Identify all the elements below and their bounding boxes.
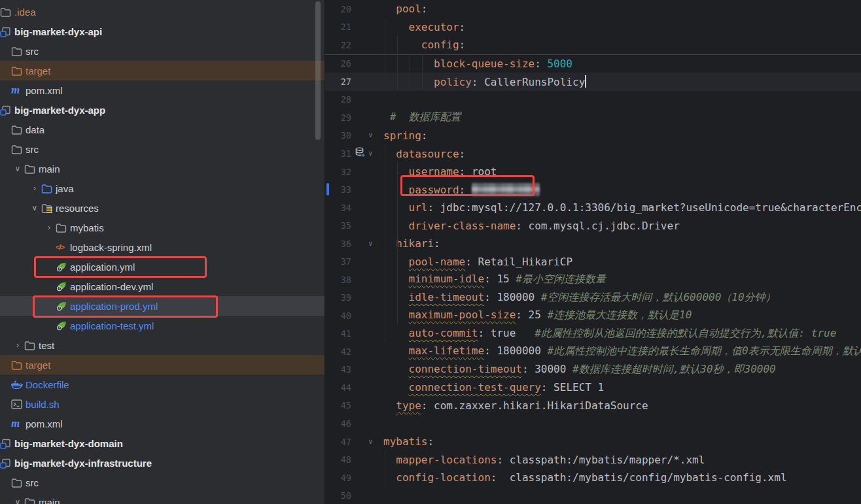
- code-line-30[interactable]: 30∨spring:: [325, 127, 861, 145]
- code-line-32[interactable]: 32 username: root: [325, 163, 861, 181]
- gutter-line-27[interactable]: 27: [325, 73, 383, 91]
- gutter-line-48[interactable]: 48: [325, 450, 383, 469]
- code-line-33[interactable]: 33 password:: [325, 180, 861, 199]
- code-line-31[interactable]: 31∨ datasource:: [325, 144, 861, 163]
- gutter-line-43[interactable]: 43: [325, 361, 383, 379]
- fold-arrow-icon[interactable]: ∨: [368, 437, 373, 445]
- code-editor[interactable]: 20 pool:21 executor:22 config:26 block-q…: [325, 0, 861, 504]
- tree-item-big-market-dyx-infrastructure[interactable]: big-market-dyx-infrastructure: [0, 453, 325, 473]
- chevron-down-icon[interactable]: ∨: [28, 203, 41, 212]
- code-line-46[interactable]: 46: [325, 414, 861, 433]
- gutter-line-39[interactable]: 39: [325, 289, 383, 307]
- gutter-line-35[interactable]: 35: [325, 216, 383, 235]
- tree-item-target[interactable]: target: [0, 355, 325, 375]
- tree-item-big-market-dyx-domain[interactable]: big-market-dyx-domain: [0, 433, 325, 453]
- code-line-28[interactable]: 28: [325, 91, 861, 109]
- chevron-right-icon[interactable]: ›: [11, 341, 24, 350]
- tree-item-mybatis[interactable]: ›mybatis: [0, 218, 325, 237]
- fold-arrow-icon[interactable]: ∨: [368, 131, 373, 139]
- gutter-line-29[interactable]: 29: [325, 109, 383, 127]
- gutter-line-34[interactable]: 34: [325, 199, 383, 217]
- gutter-line-44[interactable]: 44: [325, 378, 383, 397]
- tree-item-application-yml[interactable]: application.yml: [0, 257, 325, 277]
- fold-arrow-icon[interactable]: ∨: [368, 149, 373, 158]
- shell-icon: [11, 398, 26, 410]
- code-line-35[interactable]: 35 driver-class-name: com.mysql.cj.jdbc.…: [325, 216, 861, 235]
- code-line-27[interactable]: 27 policy: CallerRunsPolicy: [325, 73, 861, 91]
- tree-item-build-sh[interactable]: build.sh: [0, 394, 325, 414]
- gutter-line-47[interactable]: 47∨: [325, 433, 383, 451]
- tree-item-src[interactable]: src: [0, 41, 325, 61]
- gutter-line-50[interactable]: 50: [325, 486, 383, 504]
- line-number: 20: [325, 4, 351, 14]
- code-line-37[interactable]: 37 pool-name: Retail_HikariCP: [325, 252, 861, 271]
- code-line-44[interactable]: 44 connection-test-query: SELECT 1: [325, 378, 861, 397]
- chevron-down-icon[interactable]: ∨: [11, 497, 24, 504]
- code-line-20[interactable]: 20 pool:: [325, 0, 861, 18]
- fold-arrow-icon[interactable]: ∨: [368, 239, 373, 248]
- code-line-48[interactable]: 48 mapper-locations: classpath:/mybatis/…: [325, 450, 861, 469]
- chevron-right-icon[interactable]: ›: [28, 184, 41, 193]
- tree-item--idea[interactable]: .idea: [0, 2, 325, 22]
- code-line-40[interactable]: 40 maximum-pool-size: 25 #连接池最大连接数，默认是10: [325, 307, 861, 325]
- gutter-line-45[interactable]: 45: [325, 397, 383, 415]
- gutter-line-32[interactable]: 32: [325, 163, 383, 181]
- chevron-right-icon[interactable]: ›: [43, 223, 56, 232]
- tree-item-dockerfile[interactable]: Dockerfile: [0, 375, 325, 394]
- gutter-line-31[interactable]: 31∨: [325, 144, 383, 163]
- gutter-line-28[interactable]: 28: [325, 91, 383, 109]
- gutter-line-38[interactable]: 38: [325, 271, 383, 289]
- tree-item-src[interactable]: src: [0, 473, 325, 492]
- code-line-41[interactable]: 41 auto-commit: true #此属性控制从池返回的连接的默认自动提…: [325, 325, 861, 343]
- code-line-42[interactable]: 42 max-lifetime: 1800000 #此属性控制池中连接的最长生命…: [325, 343, 861, 361]
- tree-item-main[interactable]: ∨main: [0, 159, 325, 178]
- code-line-36[interactable]: 36∨ hikari:: [325, 235, 861, 253]
- code-line-49[interactable]: 49 config-location: classpath:/mybatis/c…: [325, 469, 861, 487]
- gutter-line-21[interactable]: 21: [325, 18, 383, 37]
- chevron-down-icon[interactable]: ∨: [11, 164, 24, 173]
- gutter-line-40[interactable]: 40: [325, 307, 383, 325]
- tree-item-data[interactable]: data: [0, 120, 325, 139]
- code-line-39[interactable]: 39 idle-timeout: 180000 #空闲连接存活最大时间，默认60…: [325, 289, 861, 307]
- yaml-key: mapper-locations: [396, 454, 497, 466]
- tree-item-target[interactable]: target: [0, 61, 325, 80]
- tree-item-big-market-dyx-app[interactable]: big-market-dyx-app: [0, 100, 325, 120]
- tree-item-test[interactable]: ›test: [0, 335, 325, 355]
- tree-scrollbar[interactable]: [315, 1, 321, 140]
- yaml-comment: #数据库连接超时时间,默认30秒，即30000: [572, 363, 776, 375]
- gutter-line-22[interactable]: 22: [325, 36, 383, 54]
- gutter-line-36[interactable]: 36∨: [325, 235, 383, 253]
- code-line-29[interactable]: 29 # 数据库配置: [325, 109, 861, 127]
- line-number: 41: [325, 328, 351, 339]
- code-line-26[interactable]: 26 block-queue-size: 5000: [325, 54, 861, 73]
- gutter-line-46[interactable]: 46: [325, 414, 383, 433]
- tree-item-big-market-dyx-api[interactable]: big-market-dyx-api: [0, 22, 325, 41]
- tree-item-main[interactable]: ∨main: [0, 492, 325, 504]
- code-line-50[interactable]: 50: [325, 486, 861, 504]
- gutter-line-49[interactable]: 49: [325, 469, 383, 487]
- code-line-43[interactable]: 43 connection-timeout: 30000 #数据库连接超时时间,…: [325, 361, 861, 379]
- tree-item-pom-xml[interactable]: mpom.xml: [0, 414, 325, 433]
- tree-item-application-dev-yml[interactable]: application-dev.yml: [0, 277, 325, 296]
- tree-item-pom-xml[interactable]: mpom.xml: [0, 80, 325, 100]
- tree-item-src[interactable]: src: [0, 139, 325, 159]
- code-line-47[interactable]: 47∨mybatis:: [325, 433, 861, 451]
- tree-item-application-prod-yml[interactable]: application-prod.yml: [0, 296, 325, 316]
- tree-item-resources[interactable]: ∨resources: [0, 198, 325, 218]
- gutter-line-33[interactable]: 33: [325, 180, 383, 199]
- gutter-line-20[interactable]: 20: [325, 0, 383, 18]
- gutter-line-37[interactable]: 37: [325, 252, 383, 271]
- database-add-icon[interactable]: [355, 147, 366, 161]
- gutter-line-42[interactable]: 42: [325, 343, 383, 361]
- tree-item-application-test-yml[interactable]: application-test.yml: [0, 316, 325, 335]
- tree-item-logback-spring-xml[interactable]: </>logback-spring.xml: [0, 237, 325, 257]
- code-line-21[interactable]: 21 executor:: [325, 18, 861, 37]
- code-line-22[interactable]: 22 config:: [325, 36, 861, 54]
- tree-item-java[interactable]: ›java: [0, 178, 325, 198]
- code-line-38[interactable]: 38 minimum-idle: 15 #最小空闲连接数量: [325, 271, 861, 289]
- code-line-34[interactable]: 34 url: jdbc:mysql://127.0.0.1:3306/big_…: [325, 199, 861, 217]
- gutter-line-26[interactable]: 26: [325, 55, 383, 73]
- gutter-line-30[interactable]: 30∨: [325, 127, 383, 145]
- gutter-line-41[interactable]: 41: [325, 325, 383, 343]
- code-line-45[interactable]: 45 type: com.zaxxer.hikari.HikariDataSou…: [325, 397, 861, 415]
